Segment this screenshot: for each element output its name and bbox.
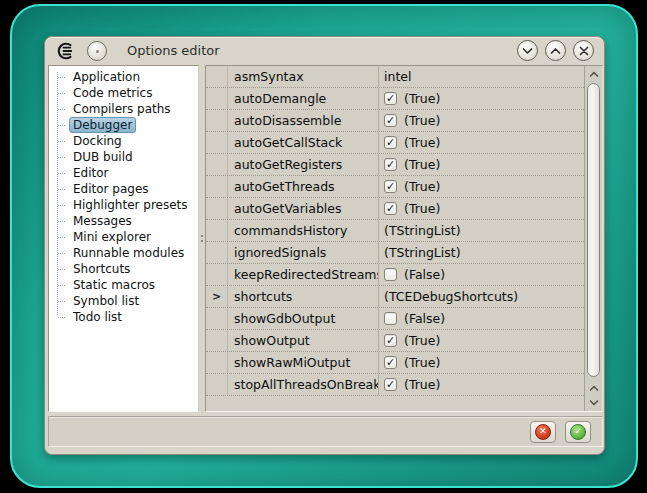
property-row-autoGetThreads[interactable]: autoGetThreads✓(True) xyxy=(206,176,584,198)
property-value-cell: ✓(True) xyxy=(378,132,584,153)
property-row-keepRedirectedStreams[interactable]: keepRedirectedStreams(False) xyxy=(206,264,584,286)
cancel-button[interactable]: ✕ xyxy=(530,421,556,443)
property-name: keepRedirectedStreams xyxy=(228,267,378,282)
property-value-cell: (TStringList) xyxy=(378,220,584,241)
checkbox-checked-icon[interactable]: ✓ xyxy=(384,136,397,149)
property-value-cell: ✓(True) xyxy=(378,198,584,219)
property-row-showRawMiOutput[interactable]: showRawMiOutput✓(True) xyxy=(206,352,584,374)
sidebar-item-label: Shortcuts xyxy=(69,261,134,277)
sidebar-item-label: Todo list xyxy=(69,309,126,325)
sidebar-item-todo-list[interactable]: Todo list xyxy=(49,309,198,325)
property-value-text: (TCEDebugShortcuts) xyxy=(384,289,518,304)
checkbox-unchecked-icon[interactable] xyxy=(384,268,397,281)
checkbox-checked-icon[interactable]: ✓ xyxy=(384,114,397,127)
sidebar-item-dub-build[interactable]: DUB build xyxy=(49,149,198,165)
property-value-text: (True) xyxy=(404,113,440,128)
property-row-stopAllThreadsOnBreak[interactable]: stopAllThreadsOnBreak✓(True) xyxy=(206,374,584,396)
minimize-button[interactable] xyxy=(517,40,538,61)
property-value-text: (True) xyxy=(404,333,440,348)
sidebar-item-highlighter-presets[interactable]: Highlighter presets xyxy=(49,197,198,213)
row-gutter xyxy=(206,374,228,395)
sidebar-item-label: Messages xyxy=(69,213,136,229)
tree-branch-line xyxy=(58,109,65,110)
sidebar-item-label: Code metrics xyxy=(69,85,156,101)
property-name: autoDisassemble xyxy=(228,113,378,128)
scroll-up-button-secondary[interactable] xyxy=(585,381,602,396)
property-value-text: (True) xyxy=(404,179,440,194)
property-row-showOutput[interactable]: showOutput✓(True) xyxy=(206,330,584,352)
sidebar-item-editor[interactable]: Editor xyxy=(49,165,198,181)
property-value-text: (True) xyxy=(404,377,440,392)
property-row-autoDisassemble[interactable]: autoDisassemble✓(True) xyxy=(206,110,584,132)
vertical-scrollbar[interactable] xyxy=(584,66,602,411)
sidebar-item-label: Docking xyxy=(69,133,126,149)
chevron-up-icon xyxy=(589,385,599,392)
property-name: ignoredSignals xyxy=(228,245,378,260)
property-row-shortcuts[interactable]: >shortcuts(TCEDebugShortcuts) xyxy=(206,286,584,308)
property-name: autoGetCallStack xyxy=(228,135,378,150)
row-gutter xyxy=(206,132,228,153)
property-row-showGdbOutput[interactable]: showGdbOutput(False) xyxy=(206,308,584,330)
checkbox-checked-icon[interactable]: ✓ xyxy=(384,334,397,347)
scroll-down-button[interactable] xyxy=(585,395,602,410)
property-name: asmSyntax xyxy=(228,69,378,84)
scrollbar-thumb[interactable] xyxy=(587,83,600,377)
sidebar-item-debugger[interactable]: Debugger xyxy=(49,117,198,133)
tree-branch-line xyxy=(58,189,65,190)
checkbox-checked-icon[interactable]: ✓ xyxy=(384,378,397,391)
property-name: stopAllThreadsOnBreak xyxy=(228,377,378,392)
scroll-up-button[interactable] xyxy=(585,67,602,82)
sidebar-item-compilers-paths[interactable]: Compilers paths xyxy=(49,101,198,117)
checkbox-checked-icon[interactable]: ✓ xyxy=(384,180,397,193)
accept-button[interactable]: ✓ xyxy=(565,421,591,443)
tree-branch-line xyxy=(58,93,65,94)
sidebar-item-label: Mini explorer xyxy=(69,229,155,245)
property-row-asmSyntax[interactable]: asmSyntaxintel xyxy=(206,66,584,88)
property-row-autoGetRegisters[interactable]: autoGetRegisters✓(True) xyxy=(206,154,584,176)
sidebar-item-mini-explorer[interactable]: Mini explorer xyxy=(49,229,198,245)
sidebar-item-label: Compilers paths xyxy=(69,101,175,117)
checkbox-checked-icon[interactable]: ✓ xyxy=(384,92,397,105)
row-gutter xyxy=(206,330,228,351)
sidebar-item-shortcuts[interactable]: Shortcuts xyxy=(49,261,198,277)
close-button[interactable] xyxy=(573,40,594,61)
tree-branch-line xyxy=(58,237,65,238)
property-name: showRawMiOutput xyxy=(228,355,378,370)
property-row-autoGetVariables[interactable]: autoGetVariables✓(True) xyxy=(206,198,584,220)
sidebar-item-docking[interactable]: Docking xyxy=(49,133,198,149)
window-menu-button[interactable] xyxy=(87,41,107,61)
sidebar-item-static-macros[interactable]: Static macros xyxy=(49,277,198,293)
sidebar-item-code-metrics[interactable]: Code metrics xyxy=(49,85,198,101)
tree-branch-line xyxy=(58,269,65,270)
sidebar-item-application[interactable]: Application xyxy=(49,69,198,85)
checkbox-checked-icon[interactable]: ✓ xyxy=(384,356,397,369)
checkbox-unchecked-icon[interactable] xyxy=(384,312,397,325)
sidebar-item-runnable-modules[interactable]: Runnable modules xyxy=(49,245,198,261)
property-value-text: (False) xyxy=(404,311,445,326)
property-name: autoGetRegisters xyxy=(228,157,378,172)
sidebar-item-label: DUB build xyxy=(69,149,137,165)
close-icon xyxy=(579,46,589,56)
checkbox-checked-icon[interactable]: ✓ xyxy=(384,158,397,171)
property-value-cell: ✓(True) xyxy=(378,352,584,373)
property-row-commandsHistory[interactable]: commandsHistory(TStringList) xyxy=(206,220,584,242)
property-name: autoGetThreads xyxy=(228,179,378,194)
tree-branch-line xyxy=(58,205,65,206)
property-value-cell: ✓(True) xyxy=(378,330,584,351)
sidebar-item-editor-pages[interactable]: Editor pages xyxy=(49,181,198,197)
checkbox-checked-icon[interactable]: ✓ xyxy=(384,202,397,215)
maximize-button[interactable] xyxy=(545,40,566,61)
property-row-autoDemangle[interactable]: autoDemangle✓(True) xyxy=(206,88,584,110)
property-value-text: (False) xyxy=(404,267,445,282)
titlebar[interactable]: Options editor xyxy=(45,37,604,64)
sidebar-item-symbol-list[interactable]: Symbol list xyxy=(49,293,198,309)
expand-arrow-icon[interactable]: > xyxy=(206,286,228,307)
property-row-autoGetCallStack[interactable]: autoGetCallStack✓(True) xyxy=(206,132,584,154)
sidebar-item-label: Debugger xyxy=(69,117,136,133)
row-gutter xyxy=(206,352,228,373)
property-row-ignoredSignals[interactable]: ignoredSignals(TStringList) xyxy=(206,242,584,264)
tree-branch-line xyxy=(58,157,65,158)
property-value-text: (True) xyxy=(404,135,440,150)
tree-branch-line xyxy=(58,77,65,78)
sidebar-item-messages[interactable]: Messages xyxy=(49,213,198,229)
